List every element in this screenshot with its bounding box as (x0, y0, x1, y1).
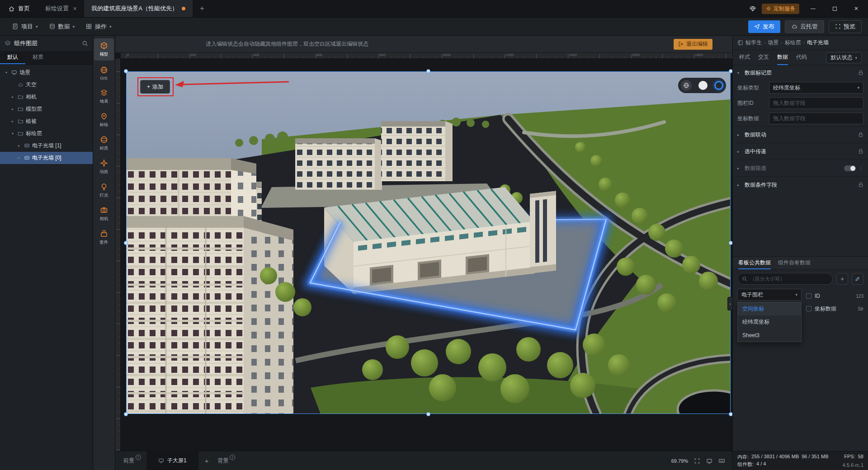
caret-right-icon[interactable]: ▸ (10, 95, 15, 99)
tool-material[interactable]: 材质 (94, 132, 114, 155)
menu-data[interactable]: 数据 ▾ (43, 18, 80, 35)
breadcrumb-item[interactable]: 鲸孪生 (745, 39, 762, 47)
tree-item-camera-folder[interactable]: ▸ 相机 (0, 91, 93, 103)
tree-item-lightwall-0-selected[interactable]: ▸ 电子光墙 [0] (0, 152, 93, 164)
scene-viewport[interactable]: + 添加 (121, 59, 732, 451)
tool-plot[interactable]: 标绘 (94, 109, 114, 131)
section-data-mark-header[interactable]: ▾ 数据标记层 (733, 66, 868, 80)
mode-3d-button[interactable] (714, 81, 723, 90)
coord-type-select[interactable]: 经纬度坐标 ▾ (769, 82, 863, 94)
selection-handle[interactable] (729, 241, 732, 245)
breadcrumb-item[interactable]: 标绘层 (785, 39, 801, 47)
close-tab-icon[interactable]: ✕ (73, 6, 77, 12)
maximize-button[interactable] (826, 0, 843, 17)
tool-gis[interactable]: GIS (94, 62, 114, 84)
tab-plot-settings[interactable]: 标绘设置 ✕ (38, 0, 84, 17)
option-latlng-coords[interactable]: 经纬度坐标 (738, 315, 801, 329)
tab-code[interactable]: 代码 (796, 50, 807, 65)
fence-id-input[interactable] (773, 100, 859, 106)
minimize-button[interactable] (805, 0, 821, 17)
home-button[interactable]: 首页 (0, 0, 38, 17)
data-filter-toggle[interactable] (844, 165, 856, 171)
data-search-input[interactable] (750, 276, 828, 282)
tab-subscreen-1[interactable]: 子大屏1 (146, 451, 198, 470)
gem-icon[interactable] (749, 5, 756, 12)
field-row-id[interactable]: ID 123 (806, 290, 863, 302)
caret-down-icon[interactable]: ▾ (10, 132, 15, 136)
checkbox-icon[interactable] (806, 293, 811, 299)
publish-button[interactable]: 发布 (748, 20, 780, 33)
section-data-filter[interactable]: ▸ 数据筛选 ⋮ (733, 160, 868, 176)
caret-down-icon[interactable]: ▾ (4, 70, 9, 75)
monitor-icon[interactable] (706, 458, 712, 464)
selection-handle[interactable] (124, 412, 128, 416)
tree-item-vegetation[interactable]: ▸ 植被 (0, 115, 93, 127)
tree-item-sky[interactable]: 天空 (0, 79, 93, 91)
field-row-coord-data[interactable]: 坐标数据 Str (806, 302, 863, 315)
add-dataset-button[interactable]: + (836, 273, 848, 285)
close-button[interactable]: ✕ (848, 0, 864, 17)
keyboard-icon[interactable] (718, 457, 725, 464)
menu-operate[interactable]: 操作 ▾ (80, 18, 117, 35)
caret-right-icon[interactable]: ▸ (16, 156, 22, 160)
selection-handle[interactable] (729, 69, 732, 73)
foreground-layer-button[interactable]: 前景 + (123, 457, 141, 465)
section-data-linkage[interactable]: ▸ 数据联动 (733, 126, 868, 143)
dataset-selector[interactable]: 电子围栏 ▾ (737, 289, 802, 301)
add-foreground-icon[interactable]: + (136, 455, 141, 460)
tool-terrain[interactable]: 地表 (94, 85, 114, 108)
exit-edit-button[interactable]: 退出编辑 (674, 39, 712, 50)
option-sheet3[interactable]: Sheet3 (738, 329, 801, 342)
tab-default[interactable]: 默认 (0, 51, 25, 64)
lock-icon[interactable] (858, 132, 863, 137)
tab-style[interactable]: 样式 (739, 50, 750, 65)
fit-screen-icon[interactable] (694, 458, 700, 464)
artboard[interactable] (126, 71, 731, 414)
state-selector[interactable]: 默认状态 ▾ (826, 52, 862, 63)
section-select-pass[interactable]: ▸ 选中传递 (733, 143, 868, 160)
tool-model[interactable]: 模型 (94, 38, 114, 61)
tab-interaction[interactable]: 交互 (758, 50, 769, 65)
new-tab-button[interactable]: + (193, 4, 212, 13)
selection-handle[interactable] (124, 241, 128, 245)
custom-service-badge[interactable]: 定制服务 (762, 4, 799, 14)
preview-button[interactable]: 预览 (829, 20, 862, 33)
caret-right-icon[interactable]: ▸ (10, 107, 15, 111)
option-spatial-coords[interactable]: 空间坐标 (738, 302, 801, 315)
add-background-icon[interactable]: + (230, 455, 235, 460)
tool-animation[interactable]: 动效 (94, 156, 114, 178)
search-icon[interactable] (82, 40, 88, 47)
selection-handle[interactable] (426, 69, 430, 73)
tool-camera[interactable]: 相机 (94, 203, 114, 225)
tool-kit[interactable]: 套件 (94, 226, 114, 249)
lock-icon[interactable] (858, 149, 863, 154)
background-layer-button[interactable]: 背景 + (217, 457, 235, 465)
add-screen-button[interactable]: + (198, 457, 215, 465)
tab-data[interactable]: 数据 (777, 50, 788, 65)
edit-dataset-button[interactable] (852, 273, 863, 285)
tab-scene-active[interactable]: 我的建筑底座场景A（性能优先） (84, 0, 193, 17)
lock-icon[interactable] (858, 182, 863, 188)
globe-mode-button[interactable] (681, 80, 692, 91)
tree-item-scene[interactable]: ▾ 场景 (0, 66, 93, 79)
caret-right-icon[interactable]: ▸ (16, 144, 22, 148)
breadcrumb-item[interactable]: 场景 (768, 39, 778, 47)
tree-item-plot-layer[interactable]: ▾ 标绘层 (0, 127, 93, 140)
tree-item-lightwall-1[interactable]: ▸ 电子光墙 [1] (0, 140, 93, 152)
selection-handle[interactable] (426, 412, 430, 416)
selection-handle[interactable] (124, 69, 128, 73)
caret-right-icon[interactable]: ▸ (10, 119, 15, 123)
more-options-icon[interactable]: ⋮ (859, 165, 863, 171)
mode-flat-button[interactable] (698, 81, 708, 90)
coord-data-input[interactable] (773, 115, 859, 122)
selection-handle[interactable] (729, 412, 732, 416)
cloud-hosting-button[interactable]: 云托管 (785, 20, 824, 33)
tab-material[interactable]: 材质 (25, 51, 51, 64)
panel-collapse-button[interactable]: ‹ (727, 297, 732, 310)
menu-project[interactable]: 项目 ▾ (6, 18, 43, 35)
tab-component-own-data[interactable]: 组件自有数据 (778, 257, 811, 269)
section-data-condition[interactable]: ▸ 数据条件字段 (733, 176, 868, 193)
checkbox-icon[interactable] (806, 306, 811, 311)
tree-item-model-layer[interactable]: ▸ 模型层 (0, 103, 93, 115)
zoom-level[interactable]: 69.79% (671, 458, 688, 464)
